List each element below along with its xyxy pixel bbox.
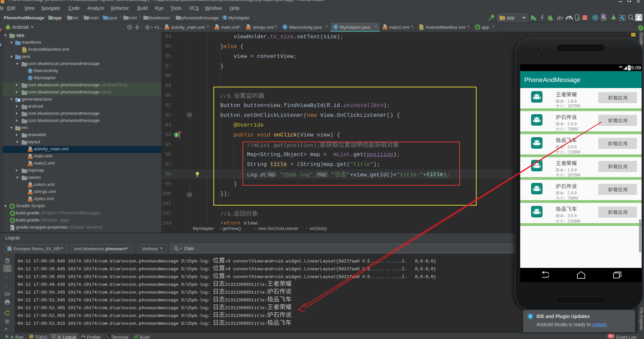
svg-text:<>: <> bbox=[215, 27, 218, 30]
svg-text:<>: <> bbox=[29, 185, 32, 188]
svg-text:<>: <> bbox=[29, 149, 32, 152]
svg-text:<>: <> bbox=[384, 27, 387, 30]
svg-text:<>: <> bbox=[165, 27, 168, 30]
svg-text:<>: <> bbox=[29, 192, 32, 195]
svg-text:<>: <> bbox=[29, 156, 32, 159]
svg-text:<>: <> bbox=[29, 163, 32, 166]
svg-text:<>: <> bbox=[247, 27, 250, 30]
svg-text:<>: <> bbox=[29, 199, 32, 202]
